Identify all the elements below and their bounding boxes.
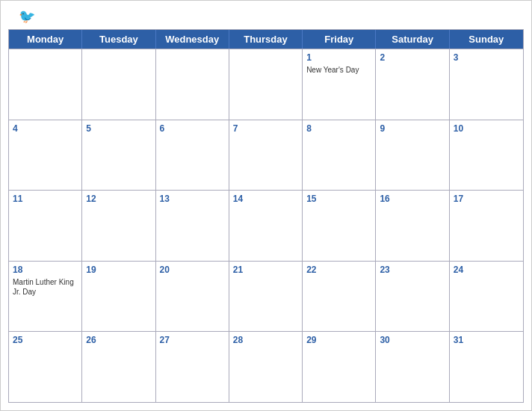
day-cell: 28 — [229, 332, 303, 402]
holiday-label: New Year's Day — [306, 65, 371, 75]
day-number: 26 — [86, 334, 151, 347]
week-row-2: 45678910 — [9, 120, 523, 191]
day-cell: 4 — [9, 120, 82, 191]
logo-bird-icon: 🐦 — [19, 8, 35, 25]
day-number: 2 — [380, 52, 445, 64]
day-number: 22 — [306, 264, 371, 276]
day-header-wednesday: Wednesday — [156, 30, 229, 49]
day-header-tuesday: Tuesday — [82, 30, 155, 49]
day-cell: 8 — [303, 120, 376, 191]
day-cell: 29 — [303, 332, 376, 402]
day-cell — [229, 49, 303, 120]
day-cell: 22 — [303, 262, 376, 332]
day-number: 25 — [13, 334, 78, 347]
day-number: 29 — [306, 334, 371, 347]
day-number: 20 — [160, 264, 225, 276]
day-number: 6 — [160, 123, 225, 135]
day-cell: 21 — [229, 262, 303, 332]
day-cell: 24 — [450, 262, 523, 332]
day-number: 7 — [233, 123, 298, 135]
day-cell: 12 — [82, 191, 155, 261]
day-number: 24 — [454, 264, 519, 276]
day-cell: 5 — [82, 120, 155, 191]
day-cell: 30 — [376, 332, 449, 402]
day-number: 31 — [454, 334, 519, 347]
day-number: 17 — [454, 193, 519, 206]
day-cell — [156, 49, 229, 120]
day-cell: 6 — [156, 120, 229, 191]
day-number: 21 — [233, 264, 298, 276]
day-cell: 9 — [376, 120, 449, 191]
logo-area: 🐦 — [16, 8, 38, 25]
day-number: 18 — [13, 264, 78, 276]
day-number: 1 — [306, 52, 371, 64]
day-cell: 23 — [376, 262, 449, 332]
holiday-label: Martin Luther King Jr. Day — [13, 277, 78, 297]
day-number: 15 — [306, 193, 371, 206]
day-number: 27 — [160, 334, 225, 347]
day-header-saturday: Saturday — [376, 30, 449, 49]
day-cell: 16 — [376, 191, 449, 261]
day-cell: 17 — [450, 191, 523, 261]
day-cell: 10 — [450, 120, 523, 191]
day-cell — [82, 49, 155, 120]
calendar-weeks: 1New Year's Day2345678910111213141516171… — [9, 49, 523, 402]
day-header-sunday: Sunday — [450, 30, 523, 49]
day-headers-row: MondayTuesdayWednesdayThursdayFridaySatu… — [9, 30, 523, 49]
day-number: 8 — [306, 123, 371, 135]
day-number: 12 — [86, 193, 151, 206]
day-cell: 31 — [450, 332, 523, 402]
week-row-1: 1New Year's Day23 — [9, 49, 523, 120]
day-number: 13 — [160, 193, 225, 206]
week-row-5: 25262728293031 — [9, 331, 523, 402]
day-cell: 2 — [376, 49, 449, 120]
day-cell: 27 — [156, 332, 229, 402]
day-cell — [9, 49, 82, 120]
week-row-3: 11121314151617 — [9, 190, 523, 261]
day-cell: 3 — [450, 49, 523, 120]
day-number: 9 — [380, 123, 445, 135]
day-header-monday: Monday — [9, 30, 82, 49]
day-number: 14 — [233, 193, 298, 206]
day-number: 10 — [454, 123, 519, 135]
day-header-friday: Friday — [303, 30, 376, 49]
day-cell: 20 — [156, 262, 229, 332]
day-cell: 18Martin Luther King Jr. Day — [9, 262, 82, 332]
calendar-container: 🐦 MondayTuesdayWednesdayThursdayFridaySa… — [0, 0, 532, 411]
day-cell: 25 — [9, 332, 82, 402]
day-number: 3 — [454, 52, 519, 64]
day-number: 11 — [13, 193, 78, 206]
day-number: 16 — [380, 193, 445, 206]
calendar-header: 🐦 — [1, 1, 531, 29]
day-number: 4 — [13, 123, 78, 135]
day-cell: 7 — [229, 120, 303, 191]
day-number: 30 — [380, 334, 445, 347]
day-number: 23 — [380, 264, 445, 276]
day-cell: 15 — [303, 191, 376, 261]
day-cell: 13 — [156, 191, 229, 261]
day-number: 5 — [86, 123, 151, 135]
day-header-thursday: Thursday — [229, 30, 303, 49]
day-cell: 19 — [82, 262, 155, 332]
day-number: 19 — [86, 264, 151, 276]
week-row-4: 18Martin Luther King Jr. Day192021222324 — [9, 261, 523, 332]
day-cell: 11 — [9, 191, 82, 261]
day-number: 28 — [233, 334, 298, 347]
day-cell: 14 — [229, 191, 303, 261]
calendar-grid: MondayTuesdayWednesdayThursdayFridaySatu… — [8, 29, 524, 403]
day-cell: 26 — [82, 332, 155, 402]
day-cell: 1New Year's Day — [303, 49, 376, 120]
